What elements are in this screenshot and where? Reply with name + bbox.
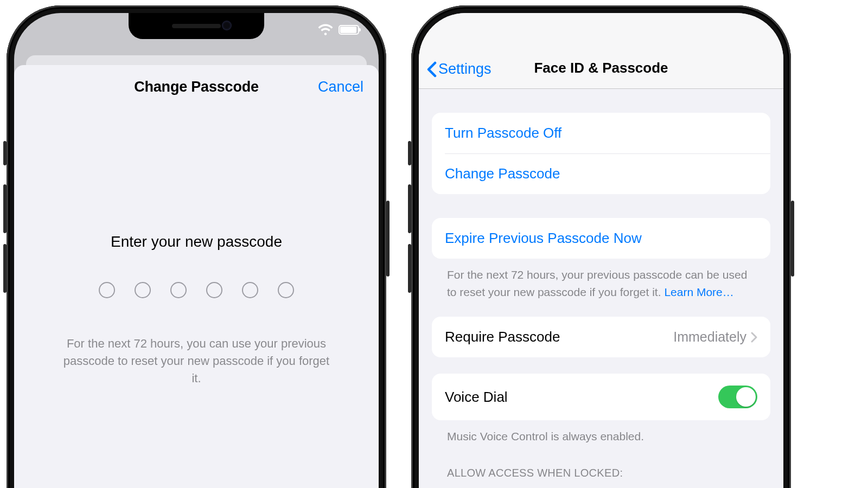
speaker-slot [172, 24, 221, 28]
sheet-title: Change Passcode [134, 79, 259, 95]
passcode-dot [206, 282, 222, 298]
back-label: Settings [438, 61, 492, 78]
power-button [791, 201, 794, 277]
group-expire: Expire Previous Passcode Now [432, 218, 770, 259]
expire-previous-passcode-row[interactable]: Expire Previous Passcode Now [432, 218, 770, 259]
group-voice-dial: Voice Dial [432, 374, 770, 420]
volume-up-button [3, 184, 7, 233]
front-camera-icon [222, 21, 232, 30]
phone-frame-left: Change Passcode Cancel Enter your new pa… [7, 5, 386, 488]
row-value: Immediately [673, 329, 757, 345]
cancel-button[interactable]: Cancel [318, 79, 363, 95]
voice-dial-footer: Music Voice Control is always enabled. [432, 420, 770, 445]
voice-dial-switch[interactable] [718, 386, 757, 408]
passcode-dot [99, 282, 115, 298]
row-label: Voice Dial [445, 389, 508, 406]
status-bar [318, 24, 359, 36]
group-passcode: Turn Passcode Off Change Passcode [432, 113, 770, 194]
notch [129, 13, 264, 39]
silent-switch [3, 141, 7, 165]
passcode-body: Enter your new passcode For the next 72 … [14, 108, 379, 387]
passcode-dot [135, 282, 151, 298]
settings-content[interactable]: Turn Passcode Off Change Passcode Expire… [419, 113, 783, 479]
battery-icon [339, 25, 359, 35]
sheet-nav: Change Passcode Cancel [14, 65, 379, 108]
volume-down-button [3, 244, 7, 293]
chevron-left-icon [426, 61, 437, 78]
row-label: Change Passcode [445, 165, 560, 182]
row-label: Turn Passcode Off [445, 125, 561, 142]
voice-dial-row: Voice Dial [432, 374, 770, 420]
switch-knob [736, 387, 756, 407]
nav-bar: Settings Face ID & Passcode [419, 13, 783, 89]
allow-access-header: ALLOW ACCESS WHEN LOCKED: [432, 445, 770, 479]
require-passcode-row[interactable]: Require Passcode Immediately [432, 317, 770, 357]
passcode-dot [170, 282, 187, 298]
volume-up-button [408, 184, 411, 233]
row-label: Require Passcode [445, 329, 560, 345]
wifi-icon [318, 24, 333, 36]
back-button[interactable]: Settings [426, 61, 492, 78]
expire-footer: For the next 72 hours, your previous pas… [432, 259, 770, 300]
passcode-dot [278, 282, 294, 298]
change-passcode-sheet: Change Passcode Cancel Enter your new pa… [14, 65, 379, 488]
phone-frame-right: Settings Face ID & Passcode Turn Passcod… [411, 5, 791, 488]
passcode-prompt: Enter your new passcode [14, 233, 379, 251]
passcode-dot [242, 282, 258, 298]
require-passcode-value: Immediately [673, 329, 746, 345]
power-button [386, 201, 390, 277]
silent-switch [408, 141, 411, 165]
learn-more-link[interactable]: Learn More… [664, 286, 733, 298]
passcode-hint: For the next 72 hours, you can use your … [14, 335, 379, 387]
chevron-right-icon [751, 332, 757, 343]
nav-title: Face ID & Passcode [534, 60, 668, 76]
change-passcode-row[interactable]: Change Passcode [432, 153, 770, 194]
volume-down-button [408, 244, 411, 293]
passcode-dots[interactable] [14, 282, 379, 298]
group-require: Require Passcode Immediately [432, 317, 770, 357]
turn-passcode-off-row[interactable]: Turn Passcode Off [432, 113, 770, 153]
screen-right: Settings Face ID & Passcode Turn Passcod… [419, 13, 783, 488]
screen-left: Change Passcode Cancel Enter your new pa… [14, 13, 379, 488]
row-label: Expire Previous Passcode Now [445, 230, 642, 247]
